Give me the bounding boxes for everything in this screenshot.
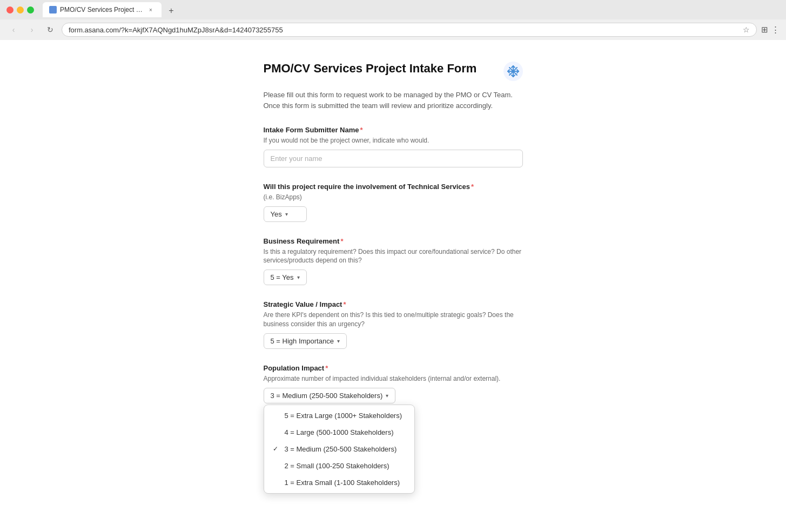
- required-indicator: *: [360, 126, 363, 134]
- traffic-lights: [6, 6, 34, 14]
- tab-favicon: [49, 6, 57, 14]
- technical-services-value: Yes: [271, 210, 282, 218]
- maximize-window-button[interactable]: [27, 6, 34, 14]
- field-strategic-value: Strategic Value / Impact* Are there KPI'…: [264, 300, 523, 349]
- required-indicator-5: *: [325, 364, 328, 372]
- tab-title: PMO/CV Services Project Inta...: [60, 6, 143, 14]
- asana-logo: [503, 62, 523, 81]
- label-business-requirement: Business Requirement*: [264, 237, 523, 245]
- option-extra-small[interactable]: 1 = Extra Small (1-100 Stakeholders): [264, 474, 414, 491]
- bookmark-icon[interactable]: ☆: [743, 25, 750, 34]
- browser-actions: ⊞ ⋮: [761, 25, 780, 35]
- business-requirement-select[interactable]: 5 = Yes ▾: [264, 270, 307, 285]
- label-population-impact: Population Impact*: [264, 364, 523, 372]
- forward-button[interactable]: ›: [25, 23, 39, 37]
- population-impact-value: 3 = Medium (250-500 Stakeholders): [271, 392, 383, 400]
- strategic-value-select[interactable]: 5 = High Importance ▾: [264, 333, 347, 349]
- option-extra-small-label: 1 = Extra Small (1-100 Stakeholders): [285, 479, 406, 487]
- field-business-requirement: Business Requirement* Is this a regulato…: [264, 237, 523, 286]
- url-text: form.asana.com/?k=AkjfX7AQNgd1huMZpJ8srA…: [69, 26, 740, 34]
- browser-menu-icon[interactable]: ⋮: [771, 25, 780, 35]
- browser-window: PMO/CV Services Project Inta... × + ‹ › …: [0, 0, 786, 532]
- page-content: PMO/CV Services Project Intake Form: [0, 40, 786, 532]
- option-large[interactable]: 4 = Large (500-1000 Stakeholders): [264, 424, 414, 441]
- back-button[interactable]: ‹: [6, 23, 21, 37]
- chevron-down-icon-2: ▾: [297, 274, 300, 280]
- chevron-down-icon-4: ▾: [386, 393, 388, 399]
- population-impact-select[interactable]: 3 = Medium (250-500 Stakeholders) ▾: [264, 388, 396, 403]
- tab-bar: PMO/CV Services Project Inta... × +: [38, 2, 182, 17]
- field-population-impact: Population Impact* Approximate number of…: [264, 364, 523, 532]
- extensions-icon[interactable]: ⊞: [761, 25, 768, 35]
- business-requirement-value: 5 = Yes: [271, 273, 294, 281]
- population-impact-dropdown-container: 3 = Medium (250-500 Stakeholders) ▾ 5 = …: [264, 388, 523, 403]
- label-strategic-value: Strategic Value / Impact*: [264, 300, 523, 308]
- option-small-label: 2 = Small (100-250 Stakeholders): [285, 462, 406, 470]
- hint-technical-services: (i.e. BizApps): [264, 193, 523, 202]
- population-impact-dropdown-menu: 5 = Extra Large (1000+ Stakeholders) 4 =…: [264, 405, 415, 494]
- address-bar-row: ‹ › ↻ form.asana.com/?k=AkjfX7AQNgd1huMZ…: [0, 19, 786, 40]
- required-indicator-3: *: [340, 237, 343, 245]
- form-description: Please fill out this form to request wor…: [264, 90, 523, 111]
- check-icon-3: ✓: [273, 445, 280, 453]
- form-container: PMO/CV Services Project Intake Form: [264, 62, 523, 532]
- hint-strategic-value: Are there KPI's dependent on this? Is th…: [264, 311, 523, 329]
- option-extra-large[interactable]: 5 = Extra Large (1000+ Stakeholders): [264, 407, 414, 424]
- chevron-down-icon-3: ▾: [337, 338, 340, 344]
- required-indicator-4: *: [343, 300, 346, 308]
- minimize-window-button[interactable]: [17, 6, 24, 14]
- browser-titlebar: PMO/CV Services Project Inta... × +: [0, 0, 786, 19]
- strategic-value-value: 5 = High Importance: [271, 337, 334, 345]
- option-medium-label: 3 = Medium (250-500 Stakeholders): [285, 445, 406, 453]
- label-submitter-name: Intake Form Submitter Name*: [264, 126, 523, 134]
- option-large-label: 4 = Large (500-1000 Stakeholders): [285, 428, 406, 436]
- submitter-name-input[interactable]: [264, 150, 523, 167]
- tab-close-button[interactable]: ×: [146, 5, 155, 14]
- technical-services-select[interactable]: Yes ▾: [264, 206, 307, 222]
- label-technical-services: Will this project require the involvemen…: [264, 183, 523, 191]
- option-small[interactable]: 2 = Small (100-250 Stakeholders): [264, 457, 414, 474]
- field-technical-services: Will this project require the involvemen…: [264, 183, 523, 222]
- required-indicator-2: *: [471, 183, 474, 191]
- active-tab[interactable]: PMO/CV Services Project Inta... ×: [43, 2, 162, 17]
- option-extra-large-label: 5 = Extra Large (1000+ Stakeholders): [285, 412, 406, 420]
- address-bar-icons: ☆: [743, 25, 750, 34]
- hint-business-requirement: Is this a regulatory requirement? Does t…: [264, 247, 523, 266]
- field-submitter-name: Intake Form Submitter Name* If you would…: [264, 126, 523, 167]
- close-window-button[interactable]: [6, 6, 14, 14]
- form-header: PMO/CV Services Project Intake Form: [264, 62, 523, 81]
- refresh-button[interactable]: ↻: [43, 23, 57, 37]
- new-tab-button[interactable]: +: [165, 4, 178, 17]
- form-title: PMO/CV Services Project Intake Form: [264, 62, 497, 76]
- address-bar[interactable]: form.asana.com/?k=AkjfX7AQNgd1huMZpJ8srA…: [62, 23, 757, 37]
- chevron-down-icon: ▾: [285, 211, 288, 217]
- hint-population-impact: Approximate number of impacted individua…: [264, 374, 523, 383]
- option-medium[interactable]: ✓ 3 = Medium (250-500 Stakeholders): [264, 441, 414, 457]
- hint-submitter-name: If you would not be the project owner, i…: [264, 136, 523, 145]
